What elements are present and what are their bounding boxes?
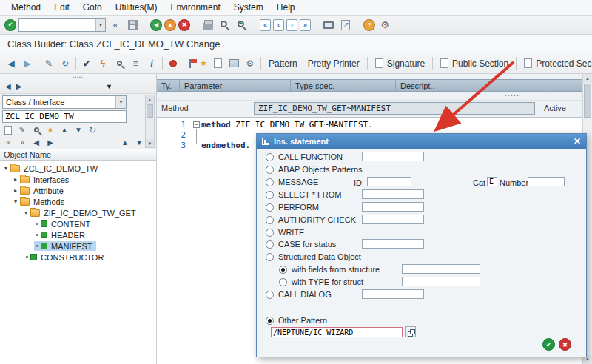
tree-label[interactable]: ZCL_IC_DEMO_TW (22, 164, 99, 173)
navigate-back-icon[interactable]: ◀ (3, 56, 19, 71)
favorites-icon[interactable]: ★ (198, 58, 209, 69)
splitter-dots-icon[interactable]: ••••• (505, 93, 520, 98)
documentation-icon[interactable] (209, 56, 226, 71)
case-for-status-input[interactable] (362, 239, 424, 249)
call-function-input[interactable] (362, 152, 424, 161)
previous-page-icon[interactable]: ‹ (273, 19, 284, 31)
previous-object-icon[interactable]: ◀ (30, 137, 42, 148)
refresh-tree-icon[interactable]: ↻ (87, 124, 98, 135)
view-menu-icon[interactable]: ▼ (106, 83, 112, 90)
option-case-for-status[interactable]: CASE for status (266, 239, 336, 249)
table-view-icon[interactable] (226, 56, 242, 71)
option-message[interactable]: MESSAGE (266, 177, 318, 187)
chevron-down-icon[interactable]: ▼ (115, 96, 126, 108)
column-header-type[interactable]: Ty. (157, 80, 179, 91)
caret-down-icon[interactable]: ▾ (12, 198, 19, 205)
scroll-track[interactable] (146, 104, 154, 139)
radio-with-type[interactable] (279, 278, 287, 286)
move-up-icon[interactable]: ▲ (58, 124, 70, 135)
customize-layout-icon[interactable]: ⚙ (377, 18, 392, 33)
command-field[interactable]: ▼ (18, 18, 106, 32)
sort-up-icon[interactable]: ▲ (119, 137, 131, 148)
menu-item-goto[interactable]: Goto (76, 1, 109, 14)
tree-node-content[interactable]: CONTENT (0, 218, 156, 229)
radio-structured-data[interactable] (266, 253, 274, 261)
expand-all-icon[interactable]: » (16, 137, 28, 148)
radio-authority-check[interactable] (266, 216, 274, 224)
protected-section-button[interactable]: Protected Sec (519, 57, 592, 70)
where-used-icon[interactable] (111, 56, 127, 71)
radio-call-dialog[interactable] (266, 291, 274, 299)
settings-icon[interactable]: ⚙ (242, 56, 258, 71)
with-type-input[interactable] (402, 277, 480, 286)
caret-right-icon[interactable]: ▸ (12, 187, 19, 194)
object-list-icon[interactable]: ≡ (127, 56, 144, 71)
option-call-function[interactable]: CALL FUNCTION (266, 152, 343, 162)
menu-item-help[interactable]: Help (270, 1, 302, 14)
tree-label[interactable]: MANIFEST (50, 242, 94, 251)
scroll-down-icon[interactable]: ▼ (146, 139, 154, 147)
menu-item-edit[interactable]: Edit (47, 1, 76, 14)
column-header-parameter[interactable]: Parameter (179, 80, 290, 91)
breakpoint-icon[interactable] (165, 56, 181, 71)
find-object-icon[interactable] (30, 124, 42, 135)
history-back-icon[interactable]: ◀ (5, 82, 11, 90)
tree-node-class[interactable]: ▾ ZCL_IC_DEMO_TW (0, 163, 156, 174)
code-line-3[interactable]: endmethod. (201, 141, 250, 150)
option-structured-data-object[interactable]: Structured Data Object (266, 252, 361, 262)
tree-label[interactable]: Interfaces (32, 175, 70, 184)
panel-grip[interactable]: ••••• (0, 74, 156, 79)
fold-toggle-icon[interactable]: − (193, 121, 200, 128)
tree-node-header[interactable]: HEADER (0, 229, 156, 240)
radio-perform[interactable] (266, 203, 274, 212)
with-fields-input[interactable] (402, 264, 480, 274)
help-button[interactable]: ? (363, 19, 375, 31)
back-button[interactable]: ◀ (150, 19, 162, 31)
chevron-down-icon[interactable]: ▼ (95, 19, 105, 31)
command-input[interactable] (19, 19, 95, 31)
caret-down-icon[interactable]: ▾ (2, 165, 10, 172)
other-pattern-input[interactable] (271, 327, 403, 337)
menu-item-utilities[interactable]: Utilities(M) (109, 1, 164, 14)
scroll-thumb[interactable] (147, 104, 153, 118)
tree-label[interactable]: Attribute (32, 186, 65, 195)
find-next-icon[interactable] (235, 18, 249, 33)
selected-tree-item[interactable]: MANIFEST (34, 241, 96, 251)
sort-down-icon[interactable]: ▼ (133, 137, 145, 148)
tree-label[interactable]: Methods (32, 198, 66, 206)
next-page-icon[interactable]: › (286, 19, 297, 31)
radio-call-function[interactable] (266, 153, 274, 161)
public-section-button[interactable]: Public Section (435, 57, 514, 70)
syntax-check-icon[interactable]: ✔ (78, 56, 95, 71)
option-with-type[interactable]: with TYPE for struct (279, 277, 363, 287)
authority-check-input[interactable] (362, 215, 424, 224)
radio-abap-patterns[interactable] (266, 166, 274, 174)
column-header-type-spec[interactable]: Type spec. (290, 80, 395, 91)
enter-button[interactable]: ✔ (4, 19, 16, 31)
pattern-button[interactable]: Pattern (263, 57, 303, 70)
dialog-titlebar[interactable]: Ins. statement ✕ (257, 134, 586, 149)
option-other-pattern[interactable]: Other Pattern (266, 315, 327, 326)
watchpoint-icon[interactable] (181, 56, 198, 71)
select-from-input[interactable] (362, 189, 424, 199)
info-icon[interactable]: i (144, 56, 160, 71)
history-forward-icon[interactable]: ▶ (16, 82, 22, 90)
tree-label[interactable]: CONSTRUCTOR (39, 253, 105, 262)
add-favorite-icon[interactable]: ★ (44, 124, 56, 135)
caret-right-icon[interactable]: ▸ (12, 176, 19, 183)
radio-with-fields[interactable] (279, 266, 287, 274)
tree-node-interface-methods[interactable]: ▾ ZIF_IC_DEMO_TW_GET (0, 207, 156, 218)
message-id-input[interactable] (367, 177, 411, 186)
value-help-icon[interactable] (405, 326, 416, 337)
confirm-button[interactable]: ✔ (542, 338, 555, 351)
first-page-icon[interactable]: « (260, 19, 271, 31)
tree-label[interactable]: CONTENT (50, 220, 92, 229)
save-icon[interactable] (125, 18, 140, 33)
radio-other-pattern[interactable] (266, 317, 274, 325)
change-object-icon[interactable]: ✎ (16, 124, 28, 135)
radio-message[interactable] (266, 178, 274, 186)
collapse-all-icon[interactable]: « (2, 137, 14, 148)
signature-button[interactable]: Signature (370, 57, 430, 70)
display-change-icon[interactable]: ✎ (41, 56, 57, 71)
scroll-up-icon[interactable]: ▲ (146, 95, 154, 104)
